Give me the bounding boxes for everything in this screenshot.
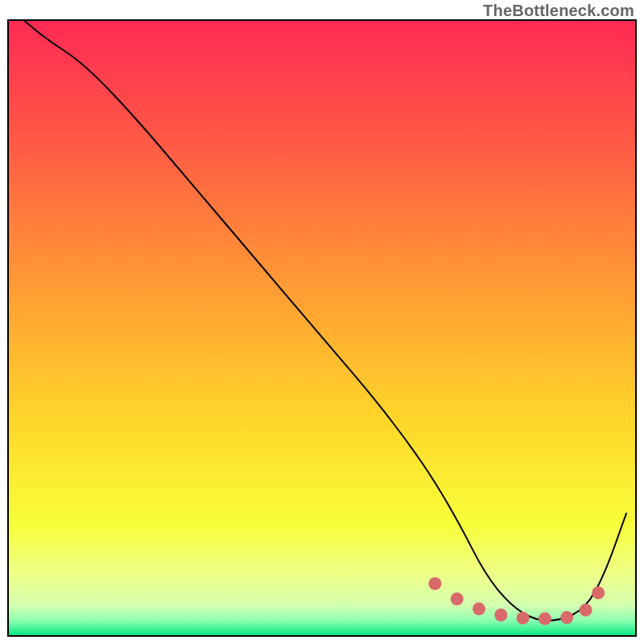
highlight-dot <box>517 612 530 625</box>
gradient-background <box>8 20 636 636</box>
highlight-dot <box>428 577 441 590</box>
highlight-dot <box>473 602 485 615</box>
highlight-dot <box>451 592 464 605</box>
watermark-label: TheBottleneck.com <box>483 2 634 20</box>
bottleneck-chart: TheBottleneck.com <box>0 0 644 644</box>
highlight-dot <box>580 604 592 617</box>
highlight-dot <box>560 611 573 624</box>
highlight-dot <box>494 609 507 621</box>
highlight-dot <box>539 613 551 625</box>
highlight-dot <box>592 586 605 599</box>
chart-canvas <box>0 0 644 644</box>
